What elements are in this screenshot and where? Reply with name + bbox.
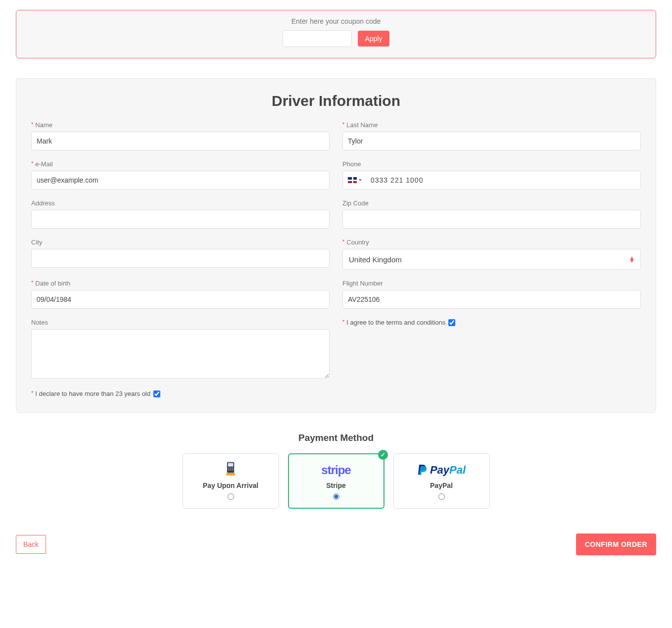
driver-info-panel: Driver Information Name Last Name e-Mail… [16, 78, 656, 413]
dob-label: Date of birth [31, 280, 330, 287]
dob-input[interactable] [31, 290, 330, 309]
payment-paypal-radio[interactable] [438, 493, 445, 500]
payment-stripe-label: Stripe [326, 482, 346, 489]
svg-rect-5 [228, 469, 230, 471]
payment-arrival-radio[interactable] [228, 493, 234, 500]
payment-option-stripe[interactable]: stripe Stripe [288, 453, 384, 509]
lastname-input[interactable] [342, 132, 641, 150]
email-label: e-Mail [31, 160, 330, 168]
lastname-label: Last Name [342, 121, 641, 129]
address-label: Address [31, 199, 330, 207]
country-select[interactable]: United Kingdom [342, 249, 641, 270]
svg-rect-7 [232, 469, 234, 471]
confirm-order-button[interactable]: CONFIRM ORDER [576, 533, 656, 555]
footer-actions: Back CONFIRM ORDER [16, 533, 656, 555]
payment-option-paypal[interactable]: PayPal PayPal [393, 453, 490, 509]
svg-rect-3 [230, 467, 232, 469]
chevron-down-icon [359, 179, 362, 181]
terms-label: I agree to the terms and conditions [342, 319, 445, 326]
svg-rect-1 [228, 463, 234, 466]
payment-option-arrival[interactable]: Pay Upon Arrival [183, 453, 279, 509]
paypal-logo-icon: PayPal [417, 463, 466, 478]
uk-flag-icon [348, 177, 357, 183]
phone-country-selector[interactable] [343, 177, 367, 183]
notes-input[interactable] [31, 329, 330, 379]
payment-stripe-radio[interactable] [333, 493, 339, 500]
stripe-logo-icon: stripe [321, 463, 350, 478]
flight-input[interactable] [342, 290, 641, 309]
payment-arrival-label: Pay Upon Arrival [203, 482, 258, 489]
email-input[interactable] [31, 171, 330, 190]
payment-method-title: Payment Method [16, 433, 656, 443]
apply-button[interactable]: Apply [358, 31, 389, 47]
svg-rect-8 [226, 473, 235, 475]
terms-checkbox[interactable] [448, 319, 455, 326]
pos-terminal-icon [222, 463, 239, 478]
address-input[interactable] [31, 210, 330, 229]
svg-rect-2 [228, 467, 230, 469]
phone-label: Phone [342, 160, 641, 168]
phone-input[interactable] [367, 171, 640, 189]
zip-input[interactable] [342, 210, 641, 229]
zip-label: Zip Code [342, 199, 641, 207]
svg-rect-4 [232, 467, 234, 469]
coupon-label: Enter here your coupon code [26, 17, 646, 25]
driver-info-title: Driver Information [31, 93, 641, 109]
country-label: Country [342, 239, 641, 246]
payment-options: Pay Upon Arrival stripe Stripe PayPal Pa… [16, 453, 656, 509]
payment-paypal-label: PayPal [430, 482, 453, 489]
name-input[interactable] [31, 132, 330, 150]
svg-rect-6 [230, 469, 232, 471]
name-label: Name [31, 121, 330, 129]
city-input[interactable] [31, 249, 330, 268]
coupon-panel: Enter here your coupon code Apply [16, 10, 656, 58]
age-declaration-label: I declare to have more than 23 years old [31, 390, 150, 397]
age-checkbox[interactable] [153, 390, 160, 397]
city-label: City [31, 239, 330, 246]
coupon-input[interactable] [283, 30, 352, 47]
notes-label: Notes [31, 319, 330, 326]
flight-label: Flight Number [342, 280, 641, 287]
back-button[interactable]: Back [16, 535, 46, 554]
